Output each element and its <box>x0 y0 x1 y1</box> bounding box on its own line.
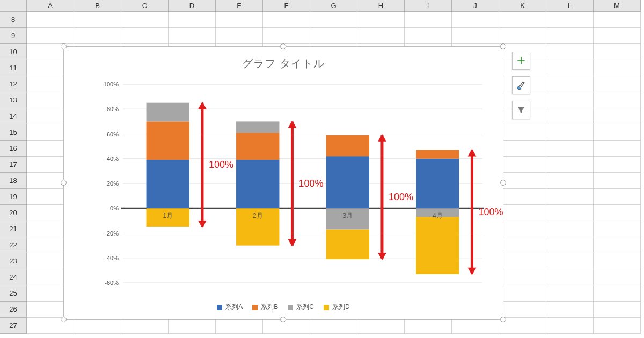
row-header[interactable]: 18 <box>0 173 27 189</box>
row-header[interactable]: 13 <box>0 92 27 108</box>
cell[interactable] <box>499 302 546 318</box>
cell[interactable] <box>74 12 121 28</box>
cell[interactable] <box>216 28 263 44</box>
cell[interactable] <box>263 28 310 44</box>
cell[interactable] <box>310 28 357 44</box>
bar-segment[interactable] <box>147 160 189 208</box>
cell[interactable] <box>357 12 405 28</box>
row-header[interactable]: 10 <box>0 44 27 60</box>
legend-entry[interactable]: 系列D <box>324 303 350 312</box>
row-header[interactable]: 25 <box>0 285 27 302</box>
cell[interactable] <box>121 318 169 334</box>
resize-handle[interactable] <box>61 180 67 186</box>
bar-segment[interactable] <box>147 121 189 160</box>
cell[interactable] <box>546 173 594 189</box>
column-header[interactable]: J <box>452 0 499 12</box>
column-header[interactable]: H <box>357 0 405 12</box>
bar-segment[interactable] <box>326 230 369 260</box>
cell[interactable] <box>594 302 641 318</box>
cell[interactable] <box>594 157 641 173</box>
cell[interactable] <box>405 12 452 28</box>
cell[interactable] <box>594 173 641 189</box>
cell[interactable] <box>594 76 641 92</box>
row-header[interactable]: 16 <box>0 141 27 157</box>
cell[interactable] <box>546 253 594 269</box>
row-header[interactable]: 12 <box>0 76 27 92</box>
column-header[interactable]: K <box>499 0 546 12</box>
cell[interactable] <box>546 124 594 141</box>
cell[interactable] <box>405 318 452 334</box>
column-header[interactable]: G <box>310 0 357 12</box>
row-header[interactable]: 9 <box>0 28 27 44</box>
cell[interactable] <box>546 12 594 28</box>
cell[interactable] <box>546 285 594 302</box>
cell[interactable] <box>594 269 641 285</box>
row-header[interactable]: 14 <box>0 108 27 124</box>
cell[interactable] <box>263 318 310 334</box>
cell[interactable] <box>74 28 121 44</box>
chart-filter-button[interactable] <box>512 101 530 119</box>
cell[interactable] <box>546 302 594 318</box>
legend-entry[interactable]: 系列C <box>288 303 314 312</box>
cell[interactable] <box>357 318 405 334</box>
legend-entry[interactable]: 系列A <box>217 303 243 312</box>
bar-segment[interactable] <box>147 103 189 122</box>
row-header[interactable]: 8 <box>0 12 27 28</box>
row-header[interactable]: 19 <box>0 189 27 205</box>
resize-handle[interactable] <box>500 43 506 49</box>
cell[interactable] <box>499 124 546 141</box>
cell[interactable] <box>452 12 499 28</box>
row-header[interactable]: 21 <box>0 221 27 237</box>
row-header[interactable]: 24 <box>0 269 27 285</box>
cell[interactable] <box>499 285 546 302</box>
cell[interactable] <box>546 92 594 108</box>
cell[interactable] <box>594 28 641 44</box>
cell[interactable] <box>594 189 641 205</box>
cell[interactable] <box>499 12 546 28</box>
cell[interactable] <box>594 124 641 141</box>
legend-entry[interactable]: 系列B <box>252 303 278 312</box>
cell[interactable] <box>499 28 546 44</box>
row-header[interactable]: 11 <box>0 60 27 76</box>
cell[interactable] <box>546 189 594 205</box>
cell[interactable] <box>546 157 594 173</box>
resize-handle[interactable] <box>61 317 67 322</box>
bar-segment[interactable] <box>326 156 369 208</box>
cell[interactable] <box>594 285 641 302</box>
column-header[interactable]: L <box>546 0 594 12</box>
chart-title[interactable]: グラフ タイトル <box>64 56 503 71</box>
chart-legend[interactable]: 系列A系列B系列C系列D <box>64 303 503 312</box>
column-header[interactable]: C <box>121 0 169 12</box>
cell[interactable] <box>546 44 594 60</box>
cell[interactable] <box>499 141 546 157</box>
cell[interactable] <box>499 318 546 334</box>
column-header[interactable]: M <box>594 0 641 12</box>
row-header[interactable]: 27 <box>0 318 27 334</box>
cell[interactable] <box>452 28 499 44</box>
bar-segment[interactable] <box>236 160 279 208</box>
select-all-corner[interactable] <box>0 0 27 12</box>
column-header[interactable]: E <box>216 0 263 12</box>
resize-handle[interactable] <box>500 317 506 322</box>
cell[interactable] <box>546 28 594 44</box>
row-header[interactable]: 22 <box>0 237 27 253</box>
cell[interactable] <box>216 318 263 334</box>
cell[interactable] <box>499 157 546 173</box>
column-header[interactable]: I <box>405 0 452 12</box>
row-header[interactable]: 26 <box>0 302 27 318</box>
column-header[interactable]: B <box>74 0 121 12</box>
chart-elements-button[interactable] <box>512 52 530 70</box>
cell[interactable] <box>546 269 594 285</box>
cell[interactable] <box>263 12 310 28</box>
bar-segment[interactable] <box>236 133 279 160</box>
cell[interactable] <box>546 60 594 76</box>
embedded-chart[interactable]: グラフ タイトル -60%-40%-20%0%20%40%60%80%100%1… <box>63 46 503 320</box>
cell[interactable] <box>546 205 594 221</box>
cell[interactable] <box>594 253 641 269</box>
bar-segment[interactable] <box>236 121 279 133</box>
cell[interactable] <box>499 205 546 221</box>
column-header[interactable]: D <box>169 0 216 12</box>
cell[interactable] <box>310 12 357 28</box>
cell[interactable] <box>546 108 594 124</box>
cell[interactable] <box>499 173 546 189</box>
